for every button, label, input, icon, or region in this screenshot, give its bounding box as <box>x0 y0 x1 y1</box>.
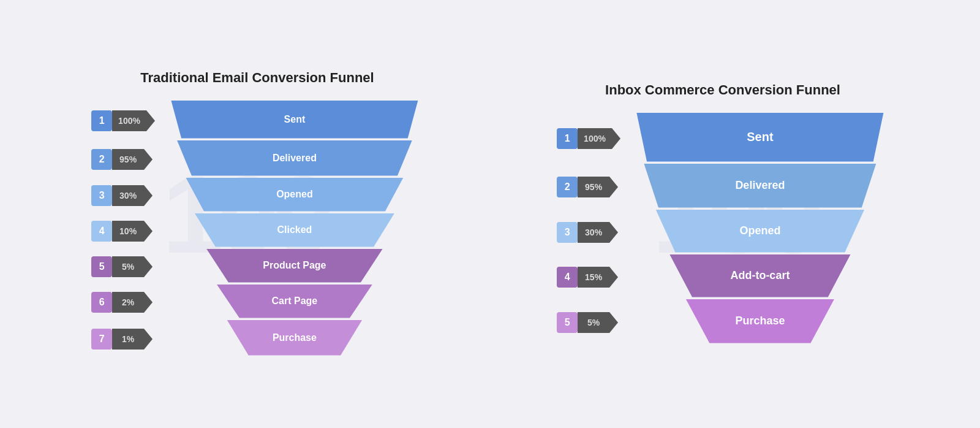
traditional-funnel-title: Traditional Email Conversion Funnel <box>140 70 374 86</box>
step-number: 2 <box>557 177 578 197</box>
step-badge: 1 100% <box>557 114 620 163</box>
traditional-funnel: Traditional Email Conversion Funnel 1 10… <box>34 70 481 359</box>
step-arrow-icon <box>609 177 618 197</box>
funnel-layer-add-to-cart: Add-to-cart <box>666 254 854 297</box>
step-percent: 10% <box>112 221 144 242</box>
step-badge: 5 5% <box>557 300 620 345</box>
step-number: 4 <box>91 221 112 242</box>
funnel-layer-purchase: Purchase <box>222 320 366 356</box>
step-arrow-icon <box>144 292 153 313</box>
step-percent: 95% <box>578 177 609 197</box>
funnel-layer-sent: Sent <box>166 101 423 139</box>
step-number: 6 <box>91 292 112 313</box>
funnel-layer-opened: Opened <box>651 210 869 253</box>
step-number: 3 <box>557 222 578 243</box>
inbox-funnel-body: 1 100% 2 95% 3 30% 4 <box>557 113 889 346</box>
step-number: 1 <box>91 110 112 131</box>
step-percent: 100% <box>112 110 146 131</box>
inbox-funnel-layers: Sent Delivered Opened Add-to-cart Purcha… <box>631 113 889 343</box>
step-number: 1 <box>557 128 578 149</box>
funnel-layer-sent: Sent <box>631 113 889 162</box>
step-badge: 3 30% <box>91 179 155 213</box>
step-badge: 3 30% <box>557 211 620 254</box>
step-number: 3 <box>91 185 112 206</box>
step-arrow-icon <box>146 110 155 131</box>
funnel-layer-purchase: Purchase <box>681 299 839 343</box>
step-percent: 5% <box>578 312 609 333</box>
step-percent: 1% <box>112 329 144 350</box>
inbox-funnel: Inbox Commerce Conversion Funnel 1 100% … <box>499 82 946 346</box>
step-number: 7 <box>91 329 112 350</box>
step-percent: 100% <box>578 128 612 149</box>
step-badge: 4 10% <box>91 215 155 248</box>
step-arrow-icon <box>609 267 618 288</box>
step-arrow-icon <box>144 149 153 170</box>
step-arrow-icon <box>609 222 618 243</box>
funnel-layer-opened: Opened <box>181 178 408 212</box>
funnel-layer-delivered: Delivered <box>172 140 417 176</box>
step-arrow-icon <box>144 329 153 350</box>
step-arrow-icon <box>144 256 153 277</box>
step-arrow-icon <box>612 128 620 149</box>
step-number: 5 <box>557 312 578 333</box>
step-percent: 5% <box>112 256 144 277</box>
step-badge: 7 1% <box>91 321 155 357</box>
inbox-funnel-title: Inbox Commerce Conversion Funnel <box>605 82 840 98</box>
step-badge: 2 95% <box>91 142 155 177</box>
traditional-funnel-layers: Sent Delivered Opened Clicked Product Pa… <box>166 101 423 356</box>
funnel-layer-clicked: Clicked <box>190 213 399 247</box>
step-badge: 4 15% <box>557 256 620 299</box>
funnel-layer-delivered: Delivered <box>639 164 881 208</box>
step-badge: 5 5% <box>91 250 155 284</box>
step-badge: 2 95% <box>557 165 620 209</box>
funnel-layer-product-page: Product Page <box>203 249 386 283</box>
step-badge: 6 2% <box>91 286 155 319</box>
funnel-layer-cart-page: Cart Page <box>213 285 375 318</box>
page: 100 100 Traditional Email Conversion Fun… <box>0 0 980 428</box>
traditional-steps-list: 1 100% 2 95% 3 30% 4 <box>91 102 155 359</box>
inbox-steps-list: 1 100% 2 95% 3 30% 4 <box>557 114 620 346</box>
step-arrow-icon <box>609 312 618 333</box>
step-arrow-icon <box>144 221 153 242</box>
step-badge: 1 100% <box>91 102 155 140</box>
step-percent: 2% <box>112 292 144 313</box>
step-percent: 95% <box>112 149 144 170</box>
step-number: 5 <box>91 256 112 277</box>
step-percent: 15% <box>578 267 609 288</box>
step-number: 2 <box>91 149 112 170</box>
step-percent: 30% <box>112 185 144 206</box>
step-arrow-icon <box>144 185 153 206</box>
step-percent: 30% <box>578 222 609 243</box>
step-number: 4 <box>557 267 578 288</box>
traditional-funnel-body: 1 100% 2 95% 3 30% 4 <box>91 101 423 359</box>
